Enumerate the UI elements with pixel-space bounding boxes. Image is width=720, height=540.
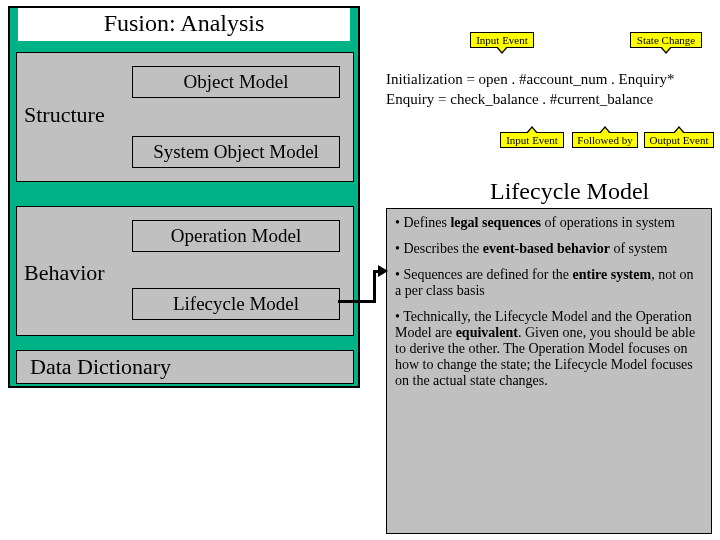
arrowhead-icon [378,265,388,277]
equation-line1: Initialization = open . #account_num . E… [386,70,714,90]
equations: Initialization = open . #account_num . E… [386,70,714,109]
bullet-1: • Defines legal sequences of operations … [395,215,703,231]
structure-label: Structure [24,102,105,128]
connector-line [373,270,376,303]
equation-line2: Enquiry = check_balance . #current_balan… [386,90,714,110]
callout-output-event: Output Event [644,132,714,148]
callout-followed-by: Followed by [572,132,638,148]
bullet-2: • Describes the event-based behavior of … [395,241,703,257]
data-dictionary-label: Data Dictionary [30,354,171,380]
callout-input-event: Input Event [470,32,534,48]
bullet-4: • Technically, the Lifecycle Model and t… [395,309,703,389]
lifecycle-heading: Lifecycle Model [490,178,649,205]
callout-state-change: State Change [630,32,702,48]
bullet-3: • Sequences are defined for the entire s… [395,267,703,299]
system-object-model-box: System Object Model [132,136,340,168]
lifecycle-model-box: Lifecycle Model [132,288,340,320]
operation-model-box: Operation Model [132,220,340,252]
connector-line [338,300,376,303]
object-model-box: Object Model [132,66,340,98]
behavior-label: Behavior [24,260,105,286]
analysis-panel: Fusion: Analysis Structure Behavior Data… [8,6,360,388]
panel-title: Fusion: Analysis [18,8,350,41]
lifecycle-description: • Defines legal sequences of operations … [386,208,712,534]
callout-input-event2: Input Event [500,132,564,148]
